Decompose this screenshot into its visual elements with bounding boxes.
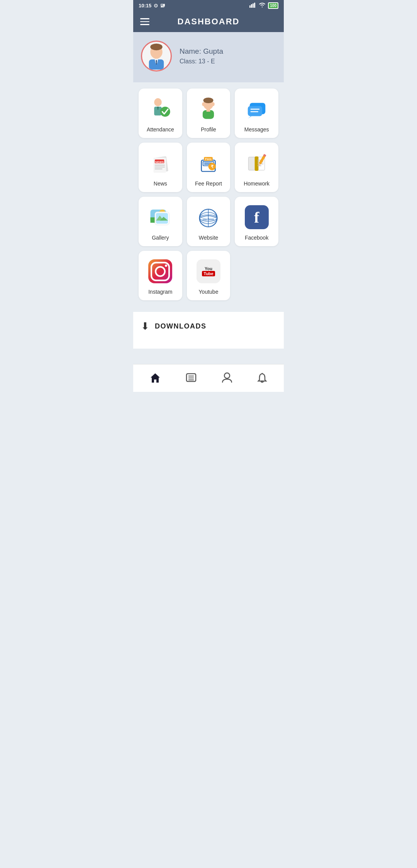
bottom-spacer	[133, 341, 284, 349]
svg-point-9	[154, 98, 162, 106]
svg-point-15	[202, 102, 205, 106]
facebook-icon: f	[243, 204, 270, 231]
status-left: 10:15 ⊙ 🖳	[139, 3, 165, 9]
profile-nav-icon	[222, 372, 232, 386]
nav-notifications-button[interactable]	[251, 370, 273, 388]
nav-home-button[interactable]	[144, 370, 167, 388]
fee-report-button[interactable]: Fees ₹ Fee Report	[187, 143, 231, 192]
profile-class: Class: 13 - E	[180, 58, 223, 65]
instagram-label: Instagram	[148, 289, 172, 295]
grid-row-1: Attendance Profile	[139, 89, 278, 138]
sim-icon: 🖳	[160, 3, 165, 9]
homework-icon	[243, 150, 270, 177]
svg-rect-0	[249, 5, 251, 8]
profile-icon	[195, 95, 222, 123]
page-title: DASHBOARD	[156, 17, 261, 27]
facebook-button[interactable]: f Facebook	[235, 197, 278, 246]
messages-icon	[243, 95, 270, 123]
news-icon: NEWS	[147, 150, 174, 177]
hamburger-menu-button[interactable]	[140, 18, 149, 25]
profile-button[interactable]: Profile	[187, 89, 231, 138]
fee-report-label: Fee Report	[195, 180, 222, 187]
svg-rect-2	[253, 3, 254, 8]
news-button[interactable]: NEWS News	[139, 143, 182, 192]
download-icon: ⬇	[141, 320, 149, 332]
svg-text:₹: ₹	[211, 164, 214, 168]
homework-label: Homework	[244, 180, 270, 187]
grid-row-4: Instagram You Tube Youtube	[139, 251, 278, 300]
circle-icon: ⊙	[154, 3, 158, 9]
nav-profile-button[interactable]	[216, 370, 238, 388]
fee-report-icon: Fees ₹	[195, 150, 222, 177]
svg-text:NEWS: NEWS	[155, 160, 164, 163]
svg-rect-21	[248, 106, 262, 116]
facebook-logo: f	[245, 205, 269, 229]
avatar	[141, 41, 172, 71]
gallery-label: Gallery	[152, 235, 169, 241]
battery-indicator: 100	[268, 2, 278, 9]
profile-info: Name: Gupta Class: 13 - E	[180, 47, 223, 65]
status-right: 100	[249, 2, 278, 9]
profile-name: Name: Gupta	[180, 47, 223, 56]
svg-rect-1	[251, 4, 252, 8]
wifi-icon	[259, 2, 266, 9]
instagram-icon	[147, 258, 174, 285]
menu-icon	[186, 373, 197, 385]
time-display: 10:15	[139, 3, 151, 9]
svg-text:http://www: http://www	[203, 218, 214, 220]
news-label: News	[154, 180, 167, 187]
svg-point-14	[203, 97, 214, 103]
nav-menu-button[interactable]	[180, 370, 203, 388]
signal-icon	[249, 2, 256, 9]
svg-rect-3	[254, 3, 255, 8]
website-icon: http://www	[195, 204, 222, 231]
svg-rect-18	[207, 108, 210, 111]
svg-point-5	[150, 44, 163, 51]
downloads-label: DOWNLOADS	[155, 322, 207, 330]
svg-point-66	[165, 264, 167, 267]
app-header: DASHBOARD	[133, 11, 284, 32]
hamburger-line-3	[140, 24, 149, 25]
status-bar: 10:15 ⊙ 🖳 100	[133, 0, 284, 11]
grid-row-2: NEWS News	[139, 143, 278, 192]
svg-point-72	[224, 373, 230, 378]
profile-label: Profile	[201, 126, 216, 133]
grid-row-3: Gallery http://www Website	[139, 197, 278, 246]
svg-text:Fees: Fees	[205, 157, 212, 161]
bottom-nav	[133, 364, 284, 392]
svg-marker-22	[248, 116, 252, 119]
homework-button[interactable]: Homework	[235, 143, 278, 192]
svg-point-65	[156, 267, 165, 276]
youtube-label: Youtube	[199, 289, 219, 295]
hamburger-line-2	[140, 21, 149, 22]
instagram-button[interactable]: Instagram	[139, 251, 182, 300]
downloads-section[interactable]: ⬇ DOWNLOADS	[133, 312, 284, 341]
website-button[interactable]: http://www Website	[187, 197, 231, 246]
gallery-icon	[147, 204, 174, 231]
gallery-button[interactable]: Gallery	[139, 197, 182, 246]
website-label: Website	[199, 235, 218, 241]
messages-button[interactable]: Messages	[235, 89, 278, 138]
bell-icon	[257, 372, 267, 386]
youtube-button[interactable]: You Tube Youtube	[187, 251, 231, 300]
youtube-icon: You Tube	[195, 258, 222, 285]
svg-point-12	[160, 107, 170, 117]
attendance-icon	[147, 95, 174, 123]
attendance-button[interactable]: Attendance	[139, 89, 182, 138]
facebook-label: Facebook	[245, 235, 268, 241]
svg-point-16	[212, 102, 215, 106]
home-icon	[150, 373, 161, 385]
profile-section: Name: Gupta Class: 13 - E	[133, 32, 284, 82]
dashboard-grid: Attendance Profile	[133, 82, 284, 304]
messages-label: Messages	[244, 126, 269, 133]
attendance-label: Attendance	[147, 126, 174, 133]
hamburger-line-1	[140, 18, 149, 19]
svg-marker-67	[151, 373, 160, 383]
